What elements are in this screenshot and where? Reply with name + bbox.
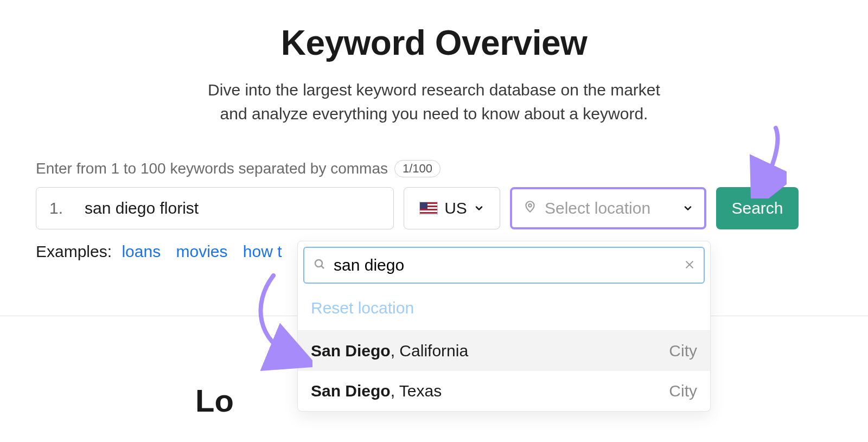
page-subtitle: Dive into the largest keyword research d… xyxy=(0,78,868,125)
svg-point-0 xyxy=(528,204,531,207)
location-dropdown: Reset location San Diego, California Cit… xyxy=(297,241,711,412)
example-link[interactable]: movies xyxy=(176,242,227,260)
helper-row: Enter from 1 to 100 keywords separated b… xyxy=(36,160,832,177)
example-link[interactable]: how t xyxy=(243,242,282,260)
page-title: Keyword Overview xyxy=(0,23,868,63)
search-icon xyxy=(313,258,326,273)
subtitle-line-2: and analyze everything you need to know … xyxy=(220,105,648,123)
controls-row: 1. san diego florist US Select location … xyxy=(36,187,832,229)
close-icon[interactable] xyxy=(684,257,695,274)
location-placeholder: Select location xyxy=(545,199,650,217)
pin-icon xyxy=(523,199,537,217)
section-title-fragment: Lo xyxy=(195,382,234,419)
location-search-input[interactable] xyxy=(334,256,676,274)
location-result-type: City xyxy=(669,382,697,400)
keyword-input[interactable]: 1. san diego florist xyxy=(36,187,394,229)
keyword-count-badge: 1/100 xyxy=(394,160,441,177)
location-result-label: San Diego, California xyxy=(311,342,468,360)
svg-point-1 xyxy=(315,260,322,267)
reset-location-link[interactable]: Reset location xyxy=(298,289,710,331)
location-select[interactable]: Select location xyxy=(510,187,706,229)
svg-line-2 xyxy=(321,266,324,268)
country-label: US xyxy=(444,199,467,217)
keyword-value: san diego florist xyxy=(85,199,199,217)
chevron-down-icon xyxy=(474,199,484,217)
examples-label: Examples: xyxy=(36,242,112,260)
location-result-type: City xyxy=(669,342,697,360)
country-select[interactable]: US xyxy=(404,187,500,229)
search-button[interactable]: Search xyxy=(716,187,799,229)
helper-text: Enter from 1 to 100 keywords separated b… xyxy=(36,160,388,177)
example-link[interactable]: loans xyxy=(122,242,161,260)
location-search-field[interactable] xyxy=(303,247,705,284)
chevron-down-icon xyxy=(682,199,693,217)
location-result-item[interactable]: San Diego, California City xyxy=(298,331,710,371)
keyword-index-prefix: 1. xyxy=(49,199,63,217)
flag-us-icon xyxy=(419,202,438,215)
location-result-item[interactable]: San Diego, Texas City xyxy=(298,371,710,411)
subtitle-line-1: Dive into the largest keyword research d… xyxy=(208,81,660,99)
location-result-label: San Diego, Texas xyxy=(311,382,442,400)
